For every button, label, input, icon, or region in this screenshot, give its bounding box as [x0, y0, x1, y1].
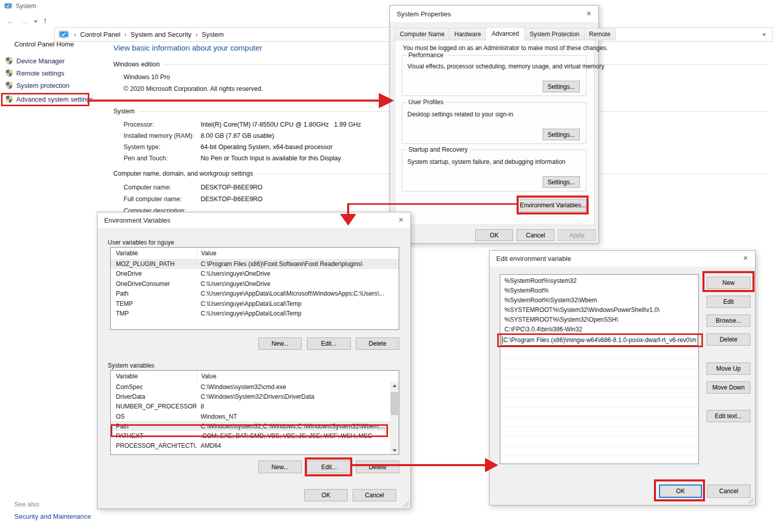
cancel-button[interactable]: Cancel [517, 229, 554, 241]
screen: System Control Panel System and Security… [0, 0, 778, 532]
table-row[interactable]: OSWindows_NT [111, 412, 390, 421]
cancel-button[interactable]: Cancel [707, 485, 750, 498]
close-icon[interactable]: × [399, 216, 403, 224]
browse-button[interactable]: Browse... [707, 315, 750, 327]
see-also-heading: See also [14, 501, 39, 508]
forward-button[interactable] [20, 17, 29, 26]
scroll-down-arrow[interactable] [390, 447, 399, 454]
table-row[interactable]: OneDriveC:\Users\nguye\OneDrive [111, 269, 399, 279]
tab-system-protection[interactable]: System Protection [524, 28, 584, 40]
group-title: Performance [406, 52, 446, 59]
cell-value: C:\Users\nguye\AppData\Local\Microsoft\W… [197, 290, 399, 297]
system-variables-group-label: System variables [108, 362, 154, 369]
tab-computer-name[interactable]: Computer Name [395, 28, 450, 40]
table-header: Variable Value [111, 248, 399, 259]
history-chevron-icon[interactable] [34, 20, 38, 23]
column-header-variable[interactable]: Variable [111, 373, 197, 380]
resize-grip[interactable] [747, 497, 753, 503]
close-icon[interactable]: × [587, 10, 591, 18]
table-row[interactable]: PathC:\Users\nguye\AppData\Local\Microso… [111, 289, 399, 299]
list-item[interactable]: %SYSTEMROOT%\System32\WindowsPowerShell\… [500, 305, 698, 315]
section-heading: Computer name, domain, and workgroup set… [113, 170, 253, 177]
breadcrumb-item-system[interactable]: System [202, 31, 224, 38]
tab-hardware[interactable]: Hardware [449, 28, 486, 40]
list-item[interactable]: %SystemRoot%\System32\Wbem [500, 296, 698, 305]
sidebar-item-remote-settings[interactable]: Remote settings [5, 69, 64, 77]
column-header-variable[interactable]: Variable [111, 250, 197, 257]
section-heading: Windows edition [113, 61, 160, 68]
system-variables-table: Variable Value ComSpecC:\Windows\system3… [110, 370, 399, 455]
section-heading: System [113, 108, 135, 115]
close-icon[interactable]: × [743, 254, 748, 262]
table-row[interactable]: TMPC:\Users\nguye\AppData\Local\Temp [111, 309, 399, 319]
table-row[interactable]: ComSpecC:\Windows\system32\cmd.exe [111, 382, 390, 392]
cell-value: C:\Windows\System32\Drivers\DriverData [197, 393, 390, 400]
user-profiles-settings-button[interactable]: Settings... [543, 129, 580, 140]
move-up-button[interactable]: Move Up [707, 362, 750, 375]
dialog-titlebar[interactable]: Edit environment variable × [490, 251, 755, 267]
address-dropdown-chevron[interactable] [762, 34, 766, 36]
sidebar-item-system-protection[interactable]: System protection [5, 81, 69, 89]
empty-rows [501, 349, 698, 463]
breadcrumb-separator [125, 31, 127, 38]
sidebar-item-device-manager[interactable]: Device Manager [5, 57, 65, 65]
annotation-box-path-row [111, 424, 388, 437]
scroll-up-arrow[interactable] [390, 382, 399, 390]
dialog-titlebar[interactable]: System Properties × [390, 6, 598, 22]
performance-settings-button[interactable]: Settings... [543, 81, 580, 92]
tab-advanced[interactable]: Advanced [485, 27, 525, 41]
scrollbar[interactable] [390, 382, 399, 454]
breadcrumb-separator [74, 31, 76, 38]
cell-variable: DriverData [111, 393, 197, 400]
scroll-thumb[interactable] [391, 392, 398, 415]
tab-remote[interactable]: Remote [584, 28, 616, 40]
edit-button[interactable]: Edit [707, 296, 750, 308]
shield-icon [5, 57, 13, 65]
cell-variable: ComSpec [111, 383, 197, 391]
system-new-button[interactable]: New... [258, 461, 302, 473]
move-down-button[interactable]: Move Down [707, 381, 750, 394]
list-item[interactable]: %SYSTEMROOT%\System32\OpenSSH\ [500, 315, 698, 325]
cancel-button[interactable]: Cancel [353, 489, 396, 501]
control-panel-home-link[interactable]: Control Panel Home [14, 40, 74, 48]
table-row[interactable]: TEMPC:\Users\nguye\AppData\Local\Temp [111, 299, 399, 309]
column-header-value[interactable]: Value [197, 248, 399, 259]
delete-button[interactable]: Delete [707, 333, 750, 346]
info-value: 8.00 GB (7.87 GB usable) [201, 132, 274, 139]
breadcrumb-item-system-and-security[interactable]: System and Security [131, 31, 191, 38]
table-row[interactable]: DriverDataC:\Windows\System32\Drivers\Dr… [111, 392, 390, 401]
user-delete-button[interactable]: Delete [356, 337, 399, 350]
user-edit-button[interactable]: Edit... [307, 337, 351, 350]
group-user-profiles: User Profiles Desktop settings related t… [402, 102, 587, 144]
list-item[interactable]: %SystemRoot%\system32 [500, 276, 698, 286]
dialog-titlebar[interactable]: Environment Variables × [98, 212, 410, 228]
table-row[interactable]: OneDriveConsumerC:\Users\nguye\OneDrive [111, 279, 399, 289]
up-button[interactable] [43, 16, 47, 25]
security-and-maintenance-link[interactable]: Security and Maintenance [14, 513, 91, 520]
sidebar-item-label: Remote settings [16, 69, 64, 77]
cell-variable: OS [111, 413, 197, 420]
table-row[interactable]: MOZ_PLUGIN_PATHC:\Program Files (x86)\Fo… [111, 259, 399, 269]
resize-grip[interactable] [403, 501, 409, 507]
cell-variable: TMP [111, 310, 197, 317]
system-delete-button[interactable]: Delete [356, 461, 399, 473]
dialog-title: Environment Variables [104, 216, 171, 224]
cell-value: C:\Users\nguye\AppData\Local\Temp [197, 300, 399, 307]
column-header-value[interactable]: Value [197, 371, 390, 382]
back-button[interactable] [6, 17, 15, 26]
info-value: DESKTOP-B6EE9RO [201, 196, 262, 203]
table-row[interactable]: PROCESSOR_ARCHITECTUREAMD64 [111, 441, 390, 451]
cell-variable: OneDriveConsumer [111, 280, 197, 287]
table-header: Variable Value [111, 371, 390, 382]
table-row[interactable]: NUMBER_OF_PROCESSORS8 [111, 402, 390, 412]
edit-text-button[interactable]: Edit text... [707, 410, 750, 422]
ok-button[interactable]: OK [304, 489, 348, 501]
list-item[interactable]: %SystemRoot% [500, 286, 698, 296]
annotation-box-edit-button [305, 457, 352, 476]
startup-settings-button[interactable]: Settings... [543, 176, 580, 188]
info-label: Computer name: [124, 184, 171, 191]
annotation-arrowhead-to-env-dialog [340, 214, 356, 226]
ok-button[interactable]: OK [475, 229, 513, 241]
breadcrumb-item-control-panel[interactable]: Control Panel [80, 31, 120, 38]
user-new-button[interactable]: New... [258, 337, 302, 350]
